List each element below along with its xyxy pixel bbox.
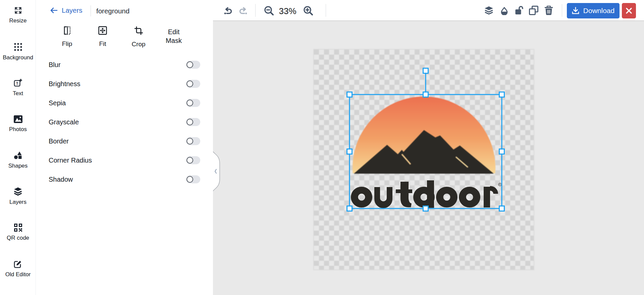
svg-text:T: T (16, 81, 18, 85)
svg-text:R: R (499, 183, 501, 186)
